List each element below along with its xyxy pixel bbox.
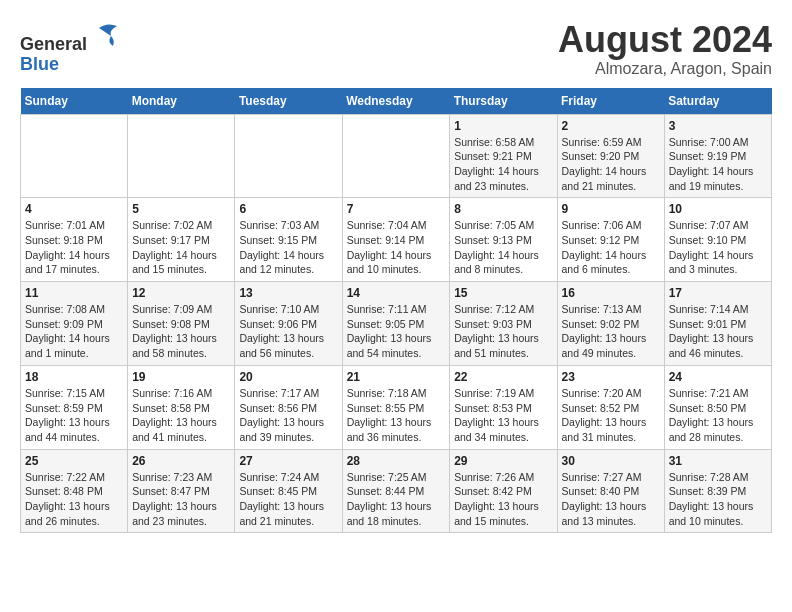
day-number: 12: [132, 286, 230, 300]
calendar-cell: 20Sunrise: 7:17 AMSunset: 8:56 PMDayligh…: [235, 365, 342, 449]
logo-bird-icon: [89, 20, 119, 50]
weekday-header-wednesday: Wednesday: [342, 88, 450, 115]
day-info: Sunrise: 7:05 AMSunset: 9:13 PMDaylight:…: [454, 218, 552, 277]
day-info: Sunrise: 7:02 AMSunset: 9:17 PMDaylight:…: [132, 218, 230, 277]
calendar-cell: 7Sunrise: 7:04 AMSunset: 9:14 PMDaylight…: [342, 198, 450, 282]
week-row-2: 4Sunrise: 7:01 AMSunset: 9:18 PMDaylight…: [21, 198, 772, 282]
logo: General Blue: [20, 20, 119, 75]
logo-blue: Blue: [20, 54, 59, 74]
calendar-cell: 5Sunrise: 7:02 AMSunset: 9:17 PMDaylight…: [128, 198, 235, 282]
day-info: Sunrise: 6:59 AMSunset: 9:20 PMDaylight:…: [562, 135, 660, 194]
day-number: 27: [239, 454, 337, 468]
calendar-cell: 24Sunrise: 7:21 AMSunset: 8:50 PMDayligh…: [664, 365, 771, 449]
page-header: General Blue August 2024 Almozara, Arago…: [20, 20, 772, 78]
day-info: Sunrise: 7:01 AMSunset: 9:18 PMDaylight:…: [25, 218, 123, 277]
calendar-cell: 9Sunrise: 7:06 AMSunset: 9:12 PMDaylight…: [557, 198, 664, 282]
calendar-cell: 16Sunrise: 7:13 AMSunset: 9:02 PMDayligh…: [557, 282, 664, 366]
day-number: 5: [132, 202, 230, 216]
location-subtitle: Almozara, Aragon, Spain: [558, 60, 772, 78]
day-info: Sunrise: 7:24 AMSunset: 8:45 PMDaylight:…: [239, 470, 337, 529]
calendar-cell: 1Sunrise: 6:58 AMSunset: 9:21 PMDaylight…: [450, 114, 557, 198]
day-info: Sunrise: 7:20 AMSunset: 8:52 PMDaylight:…: [562, 386, 660, 445]
day-info: Sunrise: 7:23 AMSunset: 8:47 PMDaylight:…: [132, 470, 230, 529]
calendar-cell: 26Sunrise: 7:23 AMSunset: 8:47 PMDayligh…: [128, 449, 235, 533]
day-number: 3: [669, 119, 767, 133]
day-number: 29: [454, 454, 552, 468]
calendar-cell: 11Sunrise: 7:08 AMSunset: 9:09 PMDayligh…: [21, 282, 128, 366]
day-number: 6: [239, 202, 337, 216]
day-info: Sunrise: 7:00 AMSunset: 9:19 PMDaylight:…: [669, 135, 767, 194]
day-number: 26: [132, 454, 230, 468]
calendar-table: SundayMondayTuesdayWednesdayThursdayFrid…: [20, 88, 772, 534]
calendar-cell: 14Sunrise: 7:11 AMSunset: 9:05 PMDayligh…: [342, 282, 450, 366]
day-number: 31: [669, 454, 767, 468]
week-row-4: 18Sunrise: 7:15 AMSunset: 8:59 PMDayligh…: [21, 365, 772, 449]
weekday-header-tuesday: Tuesday: [235, 88, 342, 115]
day-number: 4: [25, 202, 123, 216]
day-info: Sunrise: 7:22 AMSunset: 8:48 PMDaylight:…: [25, 470, 123, 529]
calendar-cell: 2Sunrise: 6:59 AMSunset: 9:20 PMDaylight…: [557, 114, 664, 198]
day-number: 13: [239, 286, 337, 300]
calendar-cell: 29Sunrise: 7:26 AMSunset: 8:42 PMDayligh…: [450, 449, 557, 533]
day-number: 20: [239, 370, 337, 384]
day-number: 15: [454, 286, 552, 300]
weekday-header-friday: Friday: [557, 88, 664, 115]
day-info: Sunrise: 7:07 AMSunset: 9:10 PMDaylight:…: [669, 218, 767, 277]
calendar-cell: 31Sunrise: 7:28 AMSunset: 8:39 PMDayligh…: [664, 449, 771, 533]
day-info: Sunrise: 7:19 AMSunset: 8:53 PMDaylight:…: [454, 386, 552, 445]
day-number: 7: [347, 202, 446, 216]
day-info: Sunrise: 7:06 AMSunset: 9:12 PMDaylight:…: [562, 218, 660, 277]
calendar-cell: 18Sunrise: 7:15 AMSunset: 8:59 PMDayligh…: [21, 365, 128, 449]
calendar-cell: [21, 114, 128, 198]
month-title: August 2024: [558, 20, 772, 60]
day-info: Sunrise: 6:58 AMSunset: 9:21 PMDaylight:…: [454, 135, 552, 194]
day-info: Sunrise: 7:13 AMSunset: 9:02 PMDaylight:…: [562, 302, 660, 361]
day-number: 10: [669, 202, 767, 216]
calendar-cell: 4Sunrise: 7:01 AMSunset: 9:18 PMDaylight…: [21, 198, 128, 282]
calendar-cell: 27Sunrise: 7:24 AMSunset: 8:45 PMDayligh…: [235, 449, 342, 533]
day-number: 2: [562, 119, 660, 133]
day-number: 11: [25, 286, 123, 300]
calendar-cell: 17Sunrise: 7:14 AMSunset: 9:01 PMDayligh…: [664, 282, 771, 366]
calendar-cell: 10Sunrise: 7:07 AMSunset: 9:10 PMDayligh…: [664, 198, 771, 282]
calendar-header: SundayMondayTuesdayWednesdayThursdayFrid…: [21, 88, 772, 115]
calendar-body: 1Sunrise: 6:58 AMSunset: 9:21 PMDaylight…: [21, 114, 772, 533]
calendar-cell: 3Sunrise: 7:00 AMSunset: 9:19 PMDaylight…: [664, 114, 771, 198]
calendar-cell: 21Sunrise: 7:18 AMSunset: 8:55 PMDayligh…: [342, 365, 450, 449]
day-info: Sunrise: 7:17 AMSunset: 8:56 PMDaylight:…: [239, 386, 337, 445]
title-area: August 2024 Almozara, Aragon, Spain: [558, 20, 772, 78]
day-number: 24: [669, 370, 767, 384]
weekday-header-sunday: Sunday: [21, 88, 128, 115]
calendar-cell: 15Sunrise: 7:12 AMSunset: 9:03 PMDayligh…: [450, 282, 557, 366]
day-info: Sunrise: 7:25 AMSunset: 8:44 PMDaylight:…: [347, 470, 446, 529]
day-number: 8: [454, 202, 552, 216]
day-info: Sunrise: 7:12 AMSunset: 9:03 PMDaylight:…: [454, 302, 552, 361]
calendar-cell: 6Sunrise: 7:03 AMSunset: 9:15 PMDaylight…: [235, 198, 342, 282]
calendar-cell: 22Sunrise: 7:19 AMSunset: 8:53 PMDayligh…: [450, 365, 557, 449]
day-info: Sunrise: 7:14 AMSunset: 9:01 PMDaylight:…: [669, 302, 767, 361]
day-info: Sunrise: 7:27 AMSunset: 8:40 PMDaylight:…: [562, 470, 660, 529]
day-number: 21: [347, 370, 446, 384]
day-number: 9: [562, 202, 660, 216]
calendar-cell: [235, 114, 342, 198]
logo-general: General: [20, 34, 87, 54]
calendar-cell: 13Sunrise: 7:10 AMSunset: 9:06 PMDayligh…: [235, 282, 342, 366]
week-row-3: 11Sunrise: 7:08 AMSunset: 9:09 PMDayligh…: [21, 282, 772, 366]
day-number: 18: [25, 370, 123, 384]
weekday-row: SundayMondayTuesdayWednesdayThursdayFrid…: [21, 88, 772, 115]
day-number: 14: [347, 286, 446, 300]
day-number: 19: [132, 370, 230, 384]
day-number: 17: [669, 286, 767, 300]
day-info: Sunrise: 7:26 AMSunset: 8:42 PMDaylight:…: [454, 470, 552, 529]
calendar-cell: 25Sunrise: 7:22 AMSunset: 8:48 PMDayligh…: [21, 449, 128, 533]
day-info: Sunrise: 7:11 AMSunset: 9:05 PMDaylight:…: [347, 302, 446, 361]
day-number: 16: [562, 286, 660, 300]
calendar-cell: [342, 114, 450, 198]
day-info: Sunrise: 7:10 AMSunset: 9:06 PMDaylight:…: [239, 302, 337, 361]
day-number: 23: [562, 370, 660, 384]
day-info: Sunrise: 7:08 AMSunset: 9:09 PMDaylight:…: [25, 302, 123, 361]
calendar-cell: 30Sunrise: 7:27 AMSunset: 8:40 PMDayligh…: [557, 449, 664, 533]
weekday-header-monday: Monday: [128, 88, 235, 115]
day-info: Sunrise: 7:18 AMSunset: 8:55 PMDaylight:…: [347, 386, 446, 445]
week-row-5: 25Sunrise: 7:22 AMSunset: 8:48 PMDayligh…: [21, 449, 772, 533]
